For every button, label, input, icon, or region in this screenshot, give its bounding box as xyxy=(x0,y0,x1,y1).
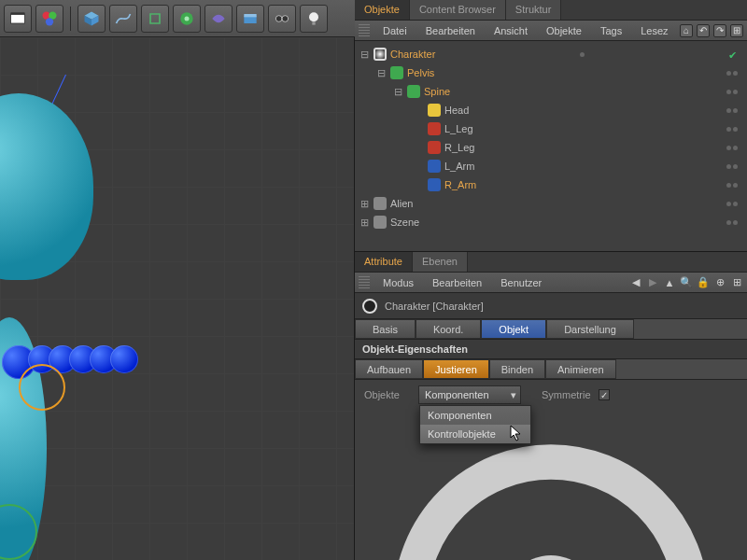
character-icon xyxy=(374,48,387,61)
tree-row-head[interactable]: Head xyxy=(355,101,747,119)
symmetry-label: Symmetrie xyxy=(542,389,591,400)
joint-icon xyxy=(428,122,441,135)
svg-point-13 xyxy=(282,15,289,21)
nav-up-icon[interactable]: ▲ xyxy=(663,276,676,289)
character-icon xyxy=(362,299,377,314)
collapse-icon[interactable]: ⊟ xyxy=(359,49,370,61)
tree-label: Spine xyxy=(424,86,450,97)
null-icon xyxy=(374,216,387,229)
atab-binden[interactable]: Binden xyxy=(489,359,545,379)
joint-handle-shoulder[interactable] xyxy=(19,364,65,411)
joint-icon xyxy=(428,178,441,191)
menu-bookmarks[interactable]: Lesez xyxy=(631,25,677,36)
generator-button[interactable] xyxy=(173,5,201,33)
symmetry-checkbox[interactable]: ✓ xyxy=(599,389,610,400)
menu-tags[interactable]: Tags xyxy=(591,25,631,36)
collapse-icon[interactable]: ⊟ xyxy=(392,86,403,98)
svg-point-12 xyxy=(275,15,282,21)
expand-icon[interactable]: ⊞ xyxy=(730,276,743,289)
joint-icon xyxy=(407,85,420,98)
main-toolbar xyxy=(0,0,355,37)
svg-point-16 xyxy=(411,462,691,560)
tree-row-pelvis[interactable]: ⊟ Pelvis xyxy=(355,63,747,82)
new-icon[interactable]: ⊕ xyxy=(713,276,726,289)
dropdown-option-komponenten[interactable]: Komponenten xyxy=(420,406,530,425)
svg-point-9 xyxy=(185,16,190,21)
object-title: Charakter [Charakter] xyxy=(385,301,484,312)
tree-row-alien[interactable]: ⊞ Alien xyxy=(355,194,747,213)
tab-layers[interactable]: Ebenen xyxy=(413,252,468,272)
lock-icon[interactable]: 🔒 xyxy=(697,276,710,289)
objects-dropdown[interactable]: Komponenten Komponenten Kontrollobjekte xyxy=(418,385,521,404)
menu-objects[interactable]: Objekte xyxy=(537,25,591,36)
light-button[interactable] xyxy=(300,5,328,33)
attribute-menu: Modus Bearbeiten Benutzer ◀ ▶ ▲ 🔍 🔒 ⊕ ⊞ xyxy=(355,273,747,293)
atab-justieren[interactable]: Justieren xyxy=(423,359,489,379)
nav-fwd-icon[interactable]: ▶ xyxy=(646,276,659,289)
atab-objekt[interactable]: Objekt xyxy=(481,319,546,339)
attr-menu-edit[interactable]: Bearbeiten xyxy=(423,277,491,288)
tree-label: Charakter xyxy=(390,49,435,60)
tree-row-l-leg[interactable]: L_Leg xyxy=(355,119,747,138)
expand-icon[interactable]: ⊞ xyxy=(359,217,370,229)
null-icon xyxy=(374,197,387,210)
deformer-button[interactable] xyxy=(204,5,233,33)
joint-icon xyxy=(428,104,441,117)
atab-koord[interactable]: Koord. xyxy=(416,319,481,339)
joint-icon xyxy=(428,160,441,173)
tab-objects[interactable]: Objekte xyxy=(355,0,410,20)
tree-label: Pelvis xyxy=(407,67,434,78)
nav-home-icon[interactable]: ⌂ xyxy=(680,24,693,37)
collapse-icon[interactable]: ⊟ xyxy=(375,67,387,79)
menu-view[interactable]: Ansicht xyxy=(485,25,537,36)
svg-point-14 xyxy=(309,12,318,21)
tree-row-l-arm[interactable]: L_Arm xyxy=(355,157,747,175)
hierarchy-tree: ⊟ Charakter ✔ ⊟ Pelvis ⊟ Spine xyxy=(355,41,747,251)
tree-row-scene[interactable]: ⊞ Szene xyxy=(355,213,747,231)
tree-label: Alien xyxy=(390,198,413,209)
expand-icon[interactable]: ⊞ xyxy=(359,198,370,210)
visibility-check-icon[interactable]: ✔ xyxy=(728,49,738,59)
menu-edit[interactable]: Bearbeiten xyxy=(416,25,485,36)
attr-menu-mode[interactable]: Modus xyxy=(374,277,423,288)
nav-back-icon[interactable]: ↶ xyxy=(697,24,710,37)
mesh-body[interactable] xyxy=(0,93,93,280)
menu-file[interactable]: Datei xyxy=(374,25,416,36)
tree-row-spine[interactable]: ⊟ Spine xyxy=(355,82,747,101)
tree-row-r-arm[interactable]: R_Arm xyxy=(355,175,747,194)
tree-label: L_Leg xyxy=(444,123,473,134)
atab-darstellung[interactable]: Darstellung xyxy=(546,319,634,339)
dropdown-option-kontrollobjekte[interactable]: Kontrollobjekte xyxy=(420,425,530,443)
nav-fwd-icon[interactable]: ↷ xyxy=(713,24,726,37)
attr-menu-user[interactable]: Benutzer xyxy=(491,277,551,288)
tree-row-r-leg[interactable]: R_Leg xyxy=(355,138,747,157)
spline-tool-button[interactable] xyxy=(109,5,137,33)
svg-rect-15 xyxy=(312,21,315,24)
media-tool-button[interactable] xyxy=(4,5,32,33)
panel-grip-icon[interactable] xyxy=(359,276,370,289)
tab-content-browser[interactable]: Content Browser xyxy=(410,0,506,20)
tab-structure[interactable]: Struktur xyxy=(506,0,562,20)
tree-label: Head xyxy=(444,105,469,116)
color-palette-button[interactable] xyxy=(35,5,63,33)
svg-point-17 xyxy=(504,555,598,560)
nav-back-icon[interactable]: ◀ xyxy=(629,276,642,289)
expand-icon[interactable]: ⊞ xyxy=(730,24,743,37)
environment-button[interactable] xyxy=(236,5,264,33)
atab-animieren[interactable]: Animieren xyxy=(545,359,616,379)
joint-icon xyxy=(428,141,441,154)
dropdown-list: Komponenten Kontrollobjekte xyxy=(419,405,531,444)
cube-primitive-button[interactable] xyxy=(78,5,106,33)
3d-viewport[interactable] xyxy=(0,37,355,560)
search-icon[interactable]: 🔍 xyxy=(680,276,693,289)
attribute-sub-tabs: Aufbauen Justieren Binden Animieren xyxy=(355,359,747,380)
tree-row-character[interactable]: ⊟ Charakter ✔ xyxy=(355,45,747,63)
atab-aufbauen[interactable]: Aufbauen xyxy=(355,359,423,379)
camera-button[interactable] xyxy=(268,5,296,33)
attribute-object-header: Charakter [Charakter] xyxy=(355,293,747,319)
atab-basis[interactable]: Basis xyxy=(355,319,416,339)
nurbs-tool-button[interactable] xyxy=(141,5,169,33)
panel-grip-icon[interactable] xyxy=(359,24,370,37)
dropdown-value: Komponenten xyxy=(425,389,489,400)
tab-attributes[interactable]: Attribute xyxy=(355,252,413,272)
